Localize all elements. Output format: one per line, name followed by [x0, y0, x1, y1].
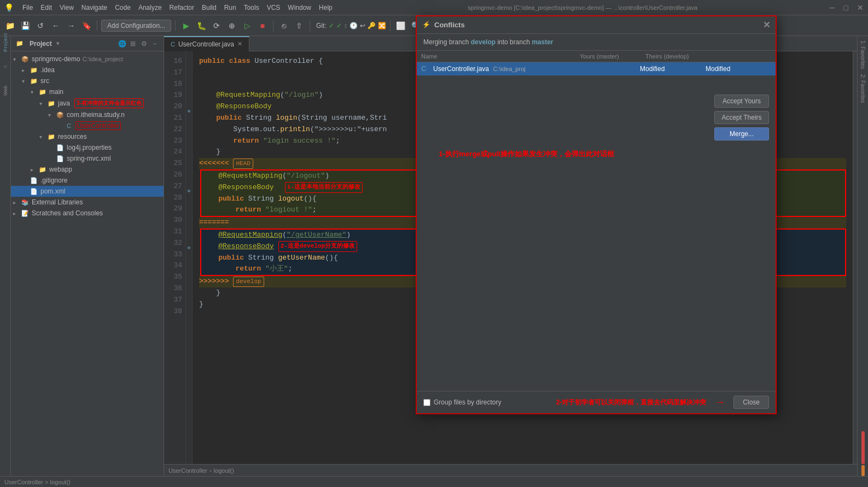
group-files-checkbox[interactable] [423, 399, 430, 406]
tree-package[interactable]: ▾ 📦 com.itheima.study.n [11, 109, 164, 120]
toolbar-vcs1-btn[interactable]: ⎋ [277, 19, 290, 32]
dialog-x-button[interactable]: ✕ [763, 20, 770, 30]
toolbar-refresh-btn[interactable]: ↺ [34, 19, 47, 32]
tree-resources[interactable]: ▾ 📁 resources [11, 131, 164, 142]
group-files-checkbox-label[interactable]: Group files by directory [423, 398, 501, 406]
toolbar-terminal-btn[interactable]: ⬜ [394, 19, 407, 32]
toolbar-run-btn[interactable]: ▶ [179, 19, 193, 32]
mini-scrollbar[interactable] [853, 51, 857, 464]
menu-bar[interactable]: File Edit View Navigate Code Analyze Ref… [19, 3, 336, 13]
panel-minus-icon[interactable]: − [150, 39, 159, 48]
springmvc-icon: 📄 [56, 154, 65, 163]
tree-root[interactable]: ▾ 📦 springmvc-demo C:\idea_project [11, 54, 164, 64]
toolbar-save-btn[interactable]: 💾 [19, 19, 32, 32]
conflicts-dialog[interactable]: ⚡ Conflicts ✕ Merging branch develop int… [416, 15, 777, 414]
toolbar-vcs2-btn[interactable]: ⇧ [293, 19, 306, 32]
tree-src[interactable]: ▾ 📁 src [11, 75, 164, 86]
git-check2[interactable]: ✓ [336, 22, 342, 30]
panel-settings-icon[interactable]: ⚙ [139, 39, 148, 48]
merge-button[interactable]: Merge... [714, 127, 769, 140]
toolbar-play-btn[interactable]: ▷ [241, 19, 254, 32]
col-yours-header: Yours (master) [580, 53, 645, 60]
java-arrow: ▾ [39, 101, 47, 107]
menu-vcs[interactable]: VCS [264, 3, 284, 13]
menu-analyze[interactable]: Analyze [135, 3, 165, 13]
menu-code[interactable]: Code [112, 3, 134, 13]
gutter-marker-28[interactable]: ⊕ [186, 188, 192, 200]
tree-pom[interactable]: 📄 pom.xml [11, 186, 164, 197]
toolbar-run2-btn[interactable]: ⟳ [210, 19, 223, 32]
panel-layout-icon[interactable]: ⊞ [129, 39, 137, 48]
log4j-icon: 📄 [56, 143, 65, 152]
tree-idea[interactable]: ▸ 📁 .idea [11, 64, 164, 75]
menu-tools[interactable]: Tools [241, 3, 263, 13]
menu-file[interactable]: File [19, 3, 36, 13]
toolbar-stop-btn[interactable]: ■ [256, 19, 269, 32]
toolbar-debug-btn[interactable]: 🐛 [195, 19, 208, 32]
col-theirs-header: Theirs (develop) [645, 53, 711, 60]
file-row-path: C:\idea_proj [493, 66, 525, 72]
tab-usercontroller[interactable]: C UserController.java ✕ [164, 36, 249, 51]
toolbar-coverage-btn[interactable]: ⊕ [225, 19, 238, 32]
res-arrow: ▾ [39, 134, 47, 140]
tree-log4j[interactable]: 📄 log4j.properties [11, 142, 164, 153]
tree-java[interactable]: ▾ 📁 java 3-有冲突的文件会显示红色 [11, 97, 164, 109]
menu-run[interactable]: Run [221, 3, 240, 13]
accept-yours-button[interactable]: Accept Yours [714, 95, 769, 108]
menu-edit[interactable]: Edit [37, 3, 55, 13]
java-label: java [58, 99, 70, 107]
gutter-marker-21[interactable]: ⊕ [186, 108, 192, 120]
pkg-arrow: ▾ [48, 112, 56, 118]
group-files-label: Group files by directory [434, 398, 501, 406]
tree-scratches[interactable]: ▸ 📝 Scratches and Consoles [11, 208, 164, 219]
root-arrow: ▾ [13, 56, 21, 62]
menu-build[interactable]: Build [199, 3, 220, 13]
root-label: springmvc-demo [32, 55, 80, 63]
favorites-icon[interactable]: ☆ [1, 62, 10, 71]
tree-gitignore[interactable]: 📄 .gitignore [11, 175, 164, 186]
panel-globe-icon[interactable]: 🌐 [118, 39, 126, 48]
toolbar-bookmark-btn[interactable]: 🔖 [80, 19, 93, 32]
menu-refactor[interactable]: Refactor [166, 3, 197, 13]
tree-usercontroller[interactable]: C UserController [11, 120, 164, 131]
tab-close-btn[interactable]: ✕ [237, 40, 242, 48]
project-sidebar-toggle[interactable]: Project [1, 38, 10, 47]
panel-dropdown-icon[interactable]: ▾ [56, 40, 60, 47]
git-section: Git: ✓ ✓ ↕ 🕐 ↩ 🔑 🔀 [316, 22, 386, 30]
menu-help[interactable]: Help [316, 3, 336, 13]
idea-folder-icon: 📁 [30, 66, 38, 74]
breadcrumb-controller[interactable]: UserController [168, 467, 207, 474]
editor-breadcrumb: UserController › logout() [164, 464, 857, 476]
dialog-close-button[interactable]: Close [733, 396, 769, 409]
sc-arrow: ▸ [13, 210, 21, 216]
maximize-btn[interactable]: □ [844, 3, 848, 12]
minimize-btn[interactable]: ─ [830, 3, 835, 12]
dialog-subtitle: Merging branch develop into branch maste… [417, 34, 776, 51]
git-undo[interactable]: ↩ [360, 22, 365, 30]
add-configuration-button[interactable]: Add Configuration... [101, 20, 171, 32]
git-branches[interactable]: 🔀 [378, 22, 386, 30]
git-key[interactable]: 🔑 [368, 22, 376, 30]
right-sidebar-1-favorites[interactable]: 1: Favorites [859, 38, 867, 71]
tree-springmvc[interactable]: 📄 spring-mvc.xml [11, 153, 164, 164]
conflict-file-row[interactable]: C UserController.java C:\idea_proj Modif… [417, 62, 776, 75]
tree-webapp[interactable]: ▸ 📁 webapp [11, 164, 164, 175]
gutter-marker-33[interactable]: ⊕ [186, 245, 192, 256]
menu-view[interactable]: View [56, 3, 77, 13]
git-clock[interactable]: 🕐 [349, 22, 358, 30]
menu-navigate[interactable]: Navigate [78, 3, 110, 13]
close-btn[interactable]: ✕ [857, 3, 864, 12]
web-icon[interactable]: Web [1, 86, 10, 95]
accept-theirs-button[interactable]: Accept Theirs [714, 111, 769, 124]
git-check1[interactable]: ✓ [329, 22, 334, 30]
toolbar-forward-btn[interactable]: → [65, 19, 78, 32]
toolbar-open-btn[interactable]: 📁 [3, 19, 16, 32]
tree-external-libraries[interactable]: ▸ 📚 External Libraries [11, 197, 164, 208]
right-sidebar-2-favorites[interactable]: 2: Favorites [859, 72, 867, 105]
git-arrow[interactable]: ↕ [344, 22, 347, 30]
menu-window[interactable]: Window [284, 3, 314, 13]
toolbar-back-btn[interactable]: ← [49, 19, 62, 32]
annotation-red-files: 3-有冲突的文件会显示红色 [74, 98, 144, 108]
tree-main[interactable]: ▾ 📁 main [11, 86, 164, 97]
project-root-icon: 📦 [21, 55, 30, 63]
